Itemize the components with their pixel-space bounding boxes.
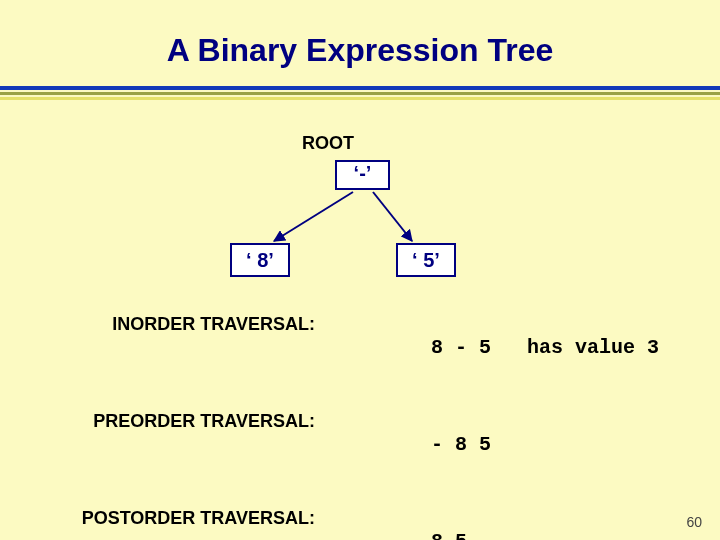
- traversal-value: 8 5 -: [335, 507, 491, 540]
- tree-node-right: ‘ 5’: [396, 243, 456, 277]
- traversal-row-inorder: INORDER TRAVERSAL: 8 - 5 has value 3: [40, 313, 680, 382]
- traversal-label: POSTORDER TRAVERSAL:: [40, 508, 335, 529]
- tree-node-left: ‘ 8’: [230, 243, 290, 277]
- traversal-expr: 8 5 -: [431, 530, 491, 540]
- traversal-value: 8 - 5 has value 3: [335, 313, 659, 382]
- traversal-list: INORDER TRAVERSAL: 8 - 5 has value 3 PRE…: [40, 313, 680, 540]
- traversal-row-preorder: PREORDER TRAVERSAL: - 8 5: [40, 410, 680, 479]
- slide-title: A Binary Expression Tree: [0, 32, 720, 69]
- rule-bar-bot: [0, 97, 720, 100]
- traversal-value: - 8 5: [335, 410, 491, 479]
- tree-node-root: ‘-’: [335, 160, 390, 190]
- slide: A Binary Expression Tree ROOT ‘-’ ‘ 8’ ‘…: [0, 0, 720, 540]
- traversal-expr: 8 - 5: [431, 336, 491, 359]
- traversal-expr: - 8 5: [431, 433, 491, 456]
- rule-bar-mid: [0, 92, 720, 95]
- traversal-label: INORDER TRAVERSAL:: [40, 314, 335, 335]
- edge-root-left: [274, 192, 353, 241]
- page-number: 60: [686, 514, 702, 530]
- title-rule: [0, 84, 720, 100]
- traversal-label: PREORDER TRAVERSAL:: [40, 411, 335, 432]
- edge-root-right: [373, 192, 412, 241]
- rule-bar-top: [0, 86, 720, 90]
- traversal-gap: [491, 336, 527, 359]
- traversal-note: has value 3: [527, 336, 659, 359]
- traversal-row-postorder: POSTORDER TRAVERSAL: 8 5 -: [40, 507, 680, 540]
- root-label: ROOT: [302, 133, 354, 154]
